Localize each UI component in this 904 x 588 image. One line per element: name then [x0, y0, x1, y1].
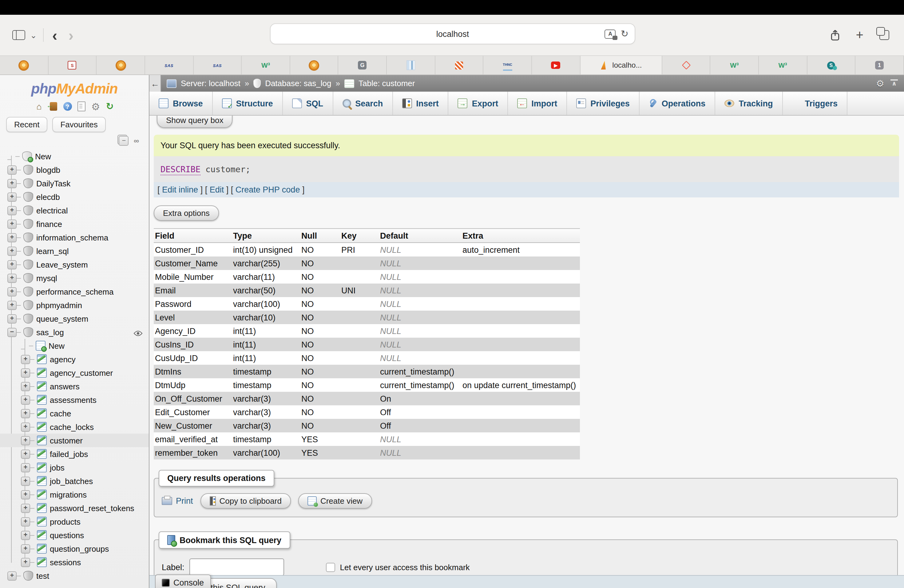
- documentation-icon[interactable]: [77, 101, 85, 111]
- browser-tab[interactable]: W³: [711, 56, 759, 74]
- pma-tab-tracking[interactable]: Tracking: [715, 92, 782, 115]
- address-bar[interactable]: localhost A ↻: [270, 24, 635, 44]
- tree-item-failed-jobs[interactable]: +failed_jobs: [0, 447, 149, 461]
- logout-icon[interactable]: [49, 102, 57, 111]
- tree-item-electrical[interactable]: +electrical: [0, 204, 149, 217]
- reload-icon[interactable]: ↻: [621, 28, 629, 40]
- expand-icon[interactable]: +: [21, 382, 30, 391]
- bookmark-public-checkbox[interactable]: [326, 563, 335, 572]
- expand-icon[interactable]: +: [21, 354, 30, 364]
- tree-item-assessments[interactable]: +assessments: [0, 393, 149, 406]
- tree-item-leave-system[interactable]: +Leave_system: [0, 258, 149, 271]
- browser-tab[interactable]: S: [807, 56, 855, 74]
- tree-item-migrations[interactable]: +migrations: [0, 488, 149, 501]
- collapse-all-icon[interactable]: −: [119, 136, 129, 146]
- browser-tab[interactable]: [662, 56, 710, 74]
- expand-icon[interactable]: +: [7, 273, 17, 283]
- tree-item-sas-log[interactable]: −sas_log: [0, 326, 149, 339]
- pma-tab-search[interactable]: Search: [333, 92, 393, 115]
- copy-to-clipboard-button[interactable]: Copy to clipboard: [201, 493, 291, 509]
- favourites-dropdown[interactable]: Favourites: [52, 117, 106, 132]
- expand-icon[interactable]: +: [7, 206, 17, 215]
- scroll-to-top-icon[interactable]: ∧: [890, 79, 898, 87]
- recent-dropdown[interactable]: Recent: [6, 117, 47, 132]
- tree-item-cache-locks[interactable]: +cache_locks: [0, 420, 149, 434]
- tree-item-agency-customer[interactable]: +agency_customer: [0, 366, 149, 379]
- expand-icon[interactable]: +: [21, 531, 30, 540]
- expand-icon[interactable]: +: [7, 287, 17, 296]
- help-icon[interactable]: ?: [63, 102, 72, 111]
- expand-icon[interactable]: +: [7, 247, 17, 256]
- pma-tab-browse[interactable]: Browse: [149, 92, 213, 115]
- phpmyadmin-logo[interactable]: phpMyAdmin: [0, 75, 149, 98]
- expand-icon[interactable]: +: [21, 517, 30, 526]
- browser-tab[interactable]: [290, 56, 338, 74]
- show-query-box-button[interactable]: Show query box: [157, 115, 232, 128]
- expand-icon[interactable]: +: [7, 192, 17, 201]
- breadcrumb-table[interactable]: Table: customer: [359, 79, 415, 88]
- tree-item-jobs[interactable]: +jobs: [0, 461, 149, 474]
- browser-tab[interactable]: W³: [759, 56, 807, 74]
- browser-tab[interactable]: SAS: [145, 56, 193, 74]
- browser-tab[interactable]: S: [48, 56, 96, 74]
- tree-item-products[interactable]: +products: [0, 515, 149, 528]
- unhide-eye-icon[interactable]: [133, 329, 143, 338]
- breadcrumb-back-button[interactable]: ←: [149, 75, 161, 92]
- browser-tab[interactable]: SAS: [193, 56, 242, 74]
- tree-item-performance-schema[interactable]: +performance_schema: [0, 285, 149, 298]
- expand-icon[interactable]: +: [7, 300, 17, 310]
- new-tab-icon[interactable]: +: [856, 30, 863, 41]
- expand-icon[interactable]: +: [21, 503, 30, 513]
- console-tab[interactable]: Console: [155, 574, 211, 588]
- expand-icon[interactable]: +: [7, 571, 17, 580]
- expand-icon[interactable]: +: [21, 368, 30, 377]
- tree-item-finance[interactable]: +finance: [0, 217, 149, 231]
- chevron-down-icon[interactable]: ⌄: [30, 30, 37, 40]
- bookmark-label-input[interactable]: [190, 558, 284, 576]
- sidebar-toggle-icon[interactable]: [12, 30, 25, 40]
- expand-icon[interactable]: +: [21, 476, 30, 485]
- expand-icon[interactable]: +: [21, 449, 30, 458]
- browser-tab[interactable]: [97, 56, 145, 74]
- pma-tab-operations[interactable]: Operations: [640, 92, 716, 115]
- tree-item-job-batches[interactable]: +job_batches: [0, 474, 149, 488]
- tree-item-elecdb[interactable]: +elecdb: [0, 190, 149, 204]
- expand-icon[interactable]: +: [7, 219, 17, 229]
- tab-overview-icon[interactable]: [879, 30, 889, 40]
- expand-icon[interactable]: +: [21, 436, 30, 445]
- browser-tab[interactable]: [0, 56, 48, 74]
- link-create-php-code[interactable]: Create PHP code: [235, 185, 300, 194]
- breadcrumb-database[interactable]: Database: sas_log: [265, 79, 331, 88]
- home-icon[interactable]: ⌂: [34, 101, 44, 111]
- extra-options-button[interactable]: Extra options: [154, 205, 219, 221]
- link-edit-inline[interactable]: Edit inline: [162, 185, 198, 194]
- pma-tab-sql[interactable]: SQL: [283, 92, 333, 115]
- pma-tab-structure[interactable]: Structure: [213, 92, 283, 115]
- tree-item-customer[interactable]: +customer: [0, 434, 149, 447]
- tree-item-information-schema[interactable]: +information_schema: [0, 231, 149, 244]
- collapse-icon[interactable]: −: [7, 327, 17, 337]
- expand-icon[interactable]: +: [7, 260, 17, 269]
- share-icon[interactable]: [830, 29, 840, 41]
- translate-icon[interactable]: A: [605, 29, 616, 38]
- back-icon[interactable]: ‹: [50, 29, 60, 41]
- pma-tab-insert[interactable]: Insert: [393, 92, 449, 115]
- link-with-main-panel-icon[interactable]: ∞: [134, 136, 138, 145]
- tree-item-phpmyadmin[interactable]: +phpmyadmin: [0, 298, 149, 312]
- tree-item-agency[interactable]: +agency: [0, 352, 149, 366]
- pma-tab-export[interactable]: Export: [449, 92, 508, 115]
- tree-item-new[interactable]: New: [0, 149, 149, 163]
- browser-tab-active[interactable]: localho...: [580, 56, 662, 74]
- tree-item-sessions[interactable]: +sessions: [0, 555, 149, 569]
- expand-icon[interactable]: +: [21, 558, 30, 567]
- expand-icon[interactable]: +: [21, 395, 30, 405]
- pma-tab-privileges[interactable]: Privileges: [567, 92, 640, 115]
- expand-icon[interactable]: +: [21, 409, 30, 418]
- browser-tab[interactable]: G: [338, 56, 387, 74]
- browser-tab[interactable]: [387, 56, 435, 74]
- tree-item-password-reset-tokens[interactable]: +password_reset_tokens: [0, 501, 149, 515]
- expand-icon[interactable]: +: [21, 544, 30, 553]
- pma-tab-triggers[interactable]: Triggers: [782, 92, 847, 115]
- browser-tab[interactable]: [435, 56, 484, 74]
- tree-item-learn-sql[interactable]: +learn_sql: [0, 244, 149, 258]
